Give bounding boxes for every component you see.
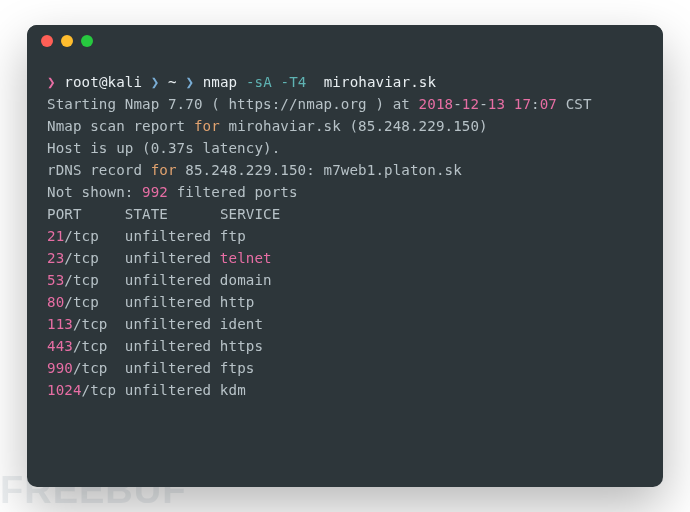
- terminal-window: ❯ root@kali ❯ ~ ❯ nmap -sA -T4 mirohavia…: [27, 25, 663, 487]
- port-state: unfiltered: [125, 294, 211, 310]
- prompt-arrow-icon: ❯: [47, 74, 56, 90]
- port-service: telnet: [211, 250, 272, 266]
- port-number: 113: [47, 316, 73, 332]
- port-state: unfiltered: [125, 360, 211, 376]
- port-proto: /tcp: [82, 382, 125, 398]
- port-number: 443: [47, 338, 73, 354]
- output-ports-table: 21/tcp unfiltered ftp 23/tcp unfiltered …: [47, 225, 643, 401]
- port-service: ident: [211, 316, 263, 332]
- command-flags: -sA -T4: [246, 74, 307, 90]
- port-number: 53: [47, 272, 64, 288]
- output-line-not-shown: Not shown: 992 filtered ports: [47, 184, 298, 200]
- table-row: 80/tcp unfiltered http: [47, 294, 254, 310]
- output-line-scan-report: Nmap scan report for mirohaviar.sk (85.2…: [47, 118, 488, 134]
- port-number: 23: [47, 250, 64, 266]
- port-state: unfiltered: [125, 338, 211, 354]
- output-line-rdns: rDNS record for 85.248.229.150: m7web1.p…: [47, 162, 462, 178]
- port-number: 1024: [47, 382, 82, 398]
- table-row: 53/tcp unfiltered domain: [47, 272, 272, 288]
- port-state: unfiltered: [125, 250, 211, 266]
- output-header: PORT STATE SERVICE: [47, 206, 280, 222]
- close-icon[interactable]: [41, 35, 53, 47]
- port-service: kdm: [211, 382, 246, 398]
- table-row: 990/tcp unfiltered ftps: [47, 360, 254, 376]
- prompt-cwd: ~: [168, 74, 177, 90]
- port-service: ftps: [211, 360, 254, 376]
- maximize-icon[interactable]: [81, 35, 93, 47]
- prompt-line: ❯ root@kali ❯ ~ ❯ nmap -sA -T4 mirohavia…: [47, 74, 436, 90]
- port-proto: /tcp: [73, 316, 125, 332]
- port-state: unfiltered: [125, 316, 211, 332]
- port-service: ftp: [211, 228, 246, 244]
- port-service: http: [211, 294, 254, 310]
- port-proto: /tcp: [64, 228, 125, 244]
- output-line-host-up: Host is up (0.37s latency).: [47, 140, 280, 156]
- port-state: unfiltered: [125, 228, 211, 244]
- table-row: 1024/tcp unfiltered kdm: [47, 382, 246, 398]
- port-service: domain: [211, 272, 272, 288]
- port-number: 990: [47, 360, 73, 376]
- window-titlebar: [27, 25, 663, 57]
- port-proto: /tcp: [64, 250, 125, 266]
- terminal-body[interactable]: ❯ root@kali ❯ ~ ❯ nmap -sA -T4 mirohavia…: [27, 57, 663, 415]
- table-row: 21/tcp unfiltered ftp: [47, 228, 246, 244]
- table-row: 23/tcp unfiltered telnet: [47, 250, 272, 266]
- port-proto: /tcp: [73, 338, 125, 354]
- port-state: unfiltered: [125, 382, 211, 398]
- port-proto: /tcp: [64, 272, 125, 288]
- port-proto: /tcp: [64, 294, 125, 310]
- port-service: https: [211, 338, 263, 354]
- port-state: unfiltered: [125, 272, 211, 288]
- port-proto: /tcp: [73, 360, 125, 376]
- command-name: nmap: [203, 74, 238, 90]
- minimize-icon[interactable]: [61, 35, 73, 47]
- port-number: 80: [47, 294, 64, 310]
- table-row: 113/tcp unfiltered ident: [47, 316, 263, 332]
- table-row: 443/tcp unfiltered https: [47, 338, 263, 354]
- output-line-starting: Starting Nmap 7.70 ( https://nmap.org ) …: [47, 96, 592, 112]
- prompt-separator-icon: ❯: [185, 74, 194, 90]
- command-target: mirohaviar.sk: [324, 74, 436, 90]
- prompt-user-host: root@kali: [64, 74, 142, 90]
- port-number: 21: [47, 228, 64, 244]
